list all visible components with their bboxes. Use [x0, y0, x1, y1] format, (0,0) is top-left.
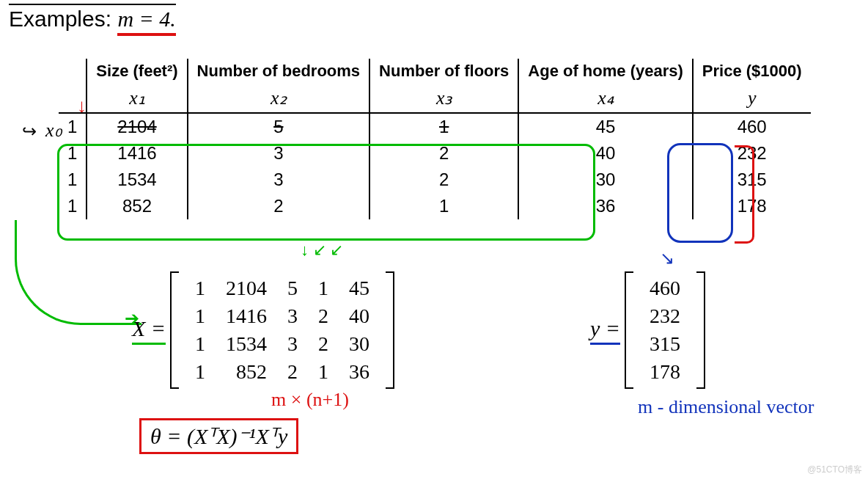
mx-cell: 2 — [308, 330, 339, 358]
note-m-dimensional: m - dimensional vector — [638, 396, 814, 418]
watermark: @51CTO博客 — [807, 464, 862, 476]
table-row: 1 1534 3 2 30 315 — [59, 167, 811, 193]
cell: 2 — [188, 193, 369, 219]
header-size: Size (feet²) — [87, 59, 187, 84]
cell: 2 — [369, 140, 518, 167]
page: Examples: m = 4. ↓ ↪ x₀ Size (feet²) Num… — [0, 0, 868, 482]
cell: 40 — [518, 140, 693, 167]
cell: 460 — [693, 113, 811, 140]
mx-cell: 3 — [277, 330, 308, 358]
var-x1: x₁ — [87, 84, 187, 113]
cell: 1534 — [87, 167, 187, 193]
bracket-right-icon — [386, 271, 394, 389]
mx-cell: 1 — [185, 302, 216, 330]
var-x2: x₂ — [188, 84, 369, 113]
green-small-arrows-icon: ↓ ↙ ↙ — [301, 241, 343, 260]
mx-cell: 36 — [339, 358, 380, 386]
mx-cell: 2 — [277, 358, 308, 386]
cell: 30 — [518, 167, 693, 193]
table-row: 1 2104 5 1 45 460 — [59, 113, 811, 140]
mx-cell: 1 — [308, 358, 339, 386]
mx-cell: 1534 — [216, 330, 277, 358]
mx-cell: 45 — [339, 274, 380, 302]
cell: 1 — [369, 193, 518, 219]
cell: 2 — [369, 167, 518, 193]
cell: 2104 — [87, 113, 187, 140]
mx-cell: 3 — [277, 302, 308, 330]
mx-cell: 852 — [216, 358, 277, 386]
var-x3: x₃ — [369, 84, 518, 113]
var-y: y — [693, 84, 811, 113]
mx-cell: 2 — [308, 302, 339, 330]
cell: 178 — [693, 193, 811, 219]
mx-cell: 1416 — [216, 302, 277, 330]
cell: 1 — [59, 113, 87, 140]
bracket-left-icon — [625, 271, 633, 389]
cell: 1 — [59, 140, 87, 167]
mx-cell: 1 — [185, 358, 216, 386]
table-header-row: Size (feet²) Number of bedrooms Number o… — [59, 59, 811, 84]
title-prefix: Examples: — [9, 7, 111, 31]
vy-cell: 232 — [639, 302, 691, 330]
cell: 852 — [87, 193, 187, 219]
theta-formula: θ = (XᵀX)⁻¹Xᵀy — [139, 418, 298, 454]
cell: 3 — [188, 167, 369, 193]
cell: 45 — [518, 113, 693, 140]
header-bedrooms: Number of bedrooms — [188, 59, 369, 84]
header-age: Age of home (years) — [518, 59, 693, 84]
matrix-X: X = 121045145 114163240 115343230 185221… — [132, 271, 394, 389]
note-m-by-n: m × (n+1) — [271, 389, 349, 411]
bracket-left-icon — [170, 271, 179, 389]
cell: 5 — [188, 113, 369, 140]
cell: 36 — [518, 193, 693, 219]
mx-cell: 1 — [308, 274, 339, 302]
vector-y-label: y = — [590, 316, 620, 345]
vector-y-body: 460 232 315 178 — [639, 274, 691, 386]
vy-cell: 178 — [639, 358, 691, 386]
cell: 3 — [188, 140, 369, 167]
mx-cell: 5 — [277, 274, 308, 302]
blue-arrowhead-icon: ↘ — [660, 248, 674, 269]
header-price: Price ($1000) — [693, 59, 811, 84]
mx-cell: 30 — [339, 330, 380, 358]
vector-y: y = 460 232 315 178 — [590, 271, 705, 389]
table-row: 1 852 2 1 36 178 — [59, 193, 811, 219]
vy-cell: 460 — [639, 274, 691, 302]
page-title: Examples: m = 4. — [9, 4, 176, 32]
table-var-row: x₁ x₂ x₃ x₄ y — [59, 84, 811, 113]
green-curved-arrow-icon — [15, 220, 141, 325]
header-floors: Number of floors — [369, 59, 518, 84]
cell: 315 — [693, 167, 811, 193]
header-blank — [59, 59, 87, 84]
table-row: 1 1416 3 2 40 232 — [59, 140, 811, 167]
mx-cell: 1 — [185, 330, 216, 358]
var-x4: x₄ — [518, 84, 693, 113]
vy-cell: 315 — [639, 330, 691, 358]
matrix-X-body: 121045145 114163240 115343230 18522136 — [185, 274, 380, 386]
cell: 232 — [693, 140, 811, 167]
title-math: m = 4. — [117, 7, 175, 36]
bracket-right-icon — [696, 271, 705, 389]
cell: 1 — [369, 113, 518, 140]
cell: 1 — [59, 167, 87, 193]
cell: 1416 — [87, 140, 187, 167]
matrix-X-label: X = — [132, 316, 166, 345]
x0-arrow-icon: ↪ — [22, 121, 37, 142]
mx-cell: 1 — [185, 274, 216, 302]
var-x0 — [59, 84, 87, 113]
cell: 1 — [59, 193, 87, 219]
mx-cell: 40 — [339, 302, 380, 330]
mx-cell: 2104 — [216, 274, 277, 302]
data-table: Size (feet²) Number of bedrooms Number o… — [59, 59, 811, 219]
